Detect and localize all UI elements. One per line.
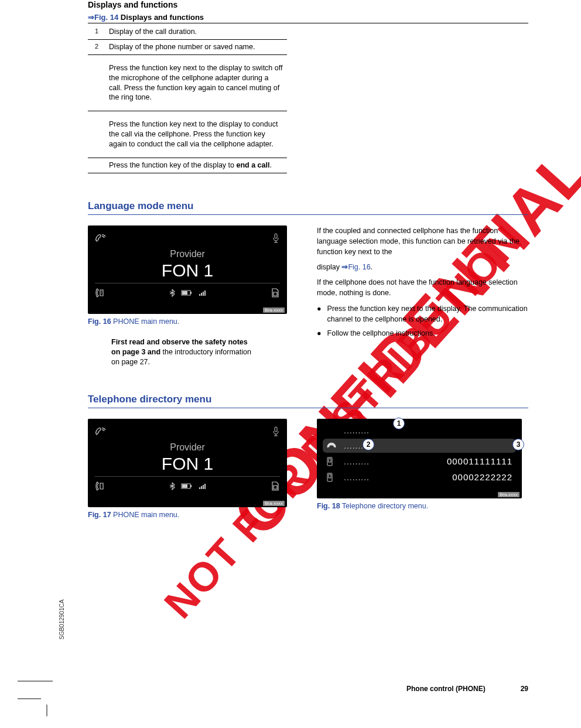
bluetooth-icon [169, 482, 175, 490]
table-row: 2 Display of the phone number or saved n… [88, 39, 287, 54]
caption-text: Displays and functions [118, 13, 204, 22]
safety-note: First read and observe the safety notes … [111, 337, 258, 367]
row-text: Display of the call duration. [105, 25, 287, 39]
mic-icon [272, 233, 280, 244]
svg-rect-6 [203, 292, 204, 296]
bullet-icon: ● [317, 303, 322, 324]
bullet-item: ● Press the function key next to the dis… [317, 303, 528, 324]
fig18-caption: Fig. 18 Telephone directory menu. [317, 502, 528, 510]
dir-num: 00002222222 [452, 472, 512, 482]
display-tag: Bra-xxxx [498, 492, 520, 497]
svg-rect-14 [203, 485, 204, 489]
display-tag: Bra-xxxx [263, 307, 285, 313]
directory-display-fig18: ......... ........ ......... 00001111111… [317, 419, 522, 498]
svg-rect-10 [190, 485, 192, 487]
svg-rect-15 [204, 484, 206, 489]
row-num: 1 [88, 25, 105, 39]
row-text: Display of the phone number or saved nam… [105, 39, 287, 54]
dir-row: ......... 000011111111 [323, 454, 516, 469]
fon-label: FON 1 [95, 261, 280, 281]
row-text: Press the function key of the display to… [105, 158, 287, 173]
heading-language-mode: Language mode menu [88, 200, 528, 215]
provider-label: Provider [95, 249, 280, 259]
dir-name: ......... [344, 473, 446, 482]
chapter-name: Phone control (PHONE) [406, 685, 486, 693]
handset-icon [326, 442, 338, 450]
svg-rect-17 [329, 459, 331, 462]
row-num: 2 [88, 39, 105, 54]
bullet-icon: ● [317, 328, 322, 339]
page-footer: Phone control (PHONE) 29 [406, 685, 528, 693]
table-row: 1 Display of the call duration. [88, 25, 287, 39]
mobile-icon [326, 457, 338, 466]
svg-rect-4 [199, 294, 200, 296]
dir-row-selected: ........ [323, 439, 516, 453]
section-title: Displays and functions [88, 0, 528, 9]
signal-icon [199, 483, 208, 490]
fig17-caption: Fig. 17 PHONE main menu. [88, 511, 299, 519]
svg-rect-11 [182, 484, 187, 488]
row-num [88, 158, 105, 173]
para-nofunc: If the cellphone does not have the funct… [317, 277, 528, 298]
svg-rect-2 [190, 292, 192, 294]
para-coupled: If the coupled and connected cellphone h… [317, 225, 528, 257]
svg-rect-7 [204, 290, 206, 296]
phone-display-fig17: Provider FON 1 [88, 419, 287, 507]
dir-row: ......... 00002222222 [323, 470, 516, 484]
phone-display-fig16: Provider FON 1 [88, 225, 287, 314]
dir-name: ......... [344, 426, 507, 435]
row-text: Press the function key next to the displ… [105, 111, 287, 158]
table-row: Press the function key next to the displ… [88, 111, 287, 158]
fig16-caption: Fig. 16 PHONE main menu. [88, 317, 299, 326]
callout-3: 3 [512, 439, 524, 450]
phonebook-icon [95, 288, 107, 298]
arrow-icon: ⇒ [88, 13, 94, 22]
mic-icon [272, 426, 280, 437]
table-row: Press the function key next to the displ… [88, 54, 287, 111]
svg-rect-19 [329, 474, 331, 478]
svg-rect-12 [199, 487, 200, 489]
functions-table: 1 Display of the call duration. 2 Displa… [88, 25, 287, 173]
svg-rect-3 [182, 291, 187, 295]
svg-rect-0 [275, 234, 277, 238]
table-caption: ⇒Fig. 14 Displays and functions [88, 13, 528, 23]
svg-rect-13 [201, 486, 202, 489]
sim-icon [271, 288, 280, 298]
fig-ref: Fig. 14 [94, 13, 118, 22]
heading-directory: Telephone directory menu [88, 394, 528, 408]
dir-num: 000011111111 [447, 456, 512, 466]
svg-rect-8 [275, 427, 277, 432]
document-code: SGB012901CA [59, 600, 65, 640]
bullet-item: ● Follow the cellphone instructions. [317, 328, 528, 339]
display-tag: Bra-xxxx [263, 501, 285, 506]
crop-mark-icon [18, 669, 64, 716]
sim-icon [271, 481, 280, 491]
mobile-icon [326, 473, 338, 482]
svg-rect-5 [201, 293, 202, 296]
call-icon [95, 233, 108, 244]
battery-icon [181, 483, 193, 489]
provider-label: Provider [95, 442, 280, 453]
table-row: Press the function key of the display to… [88, 158, 287, 173]
phonebook-icon [95, 481, 107, 491]
dir-name: ......... [344, 457, 441, 466]
row-num [88, 54, 105, 111]
signal-icon [199, 289, 208, 296]
para-display-ref: display ⇒Fig. 16. [317, 262, 528, 272]
row-num [88, 111, 105, 158]
bluetooth-icon [169, 289, 175, 297]
battery-icon [181, 290, 193, 296]
page-number: 29 [521, 685, 528, 693]
call-icon [95, 426, 108, 437]
row-text: Press the function key next to the displ… [105, 54, 287, 111]
dir-row: ......... [323, 423, 516, 438]
fon-label: FON 1 [95, 454, 280, 474]
